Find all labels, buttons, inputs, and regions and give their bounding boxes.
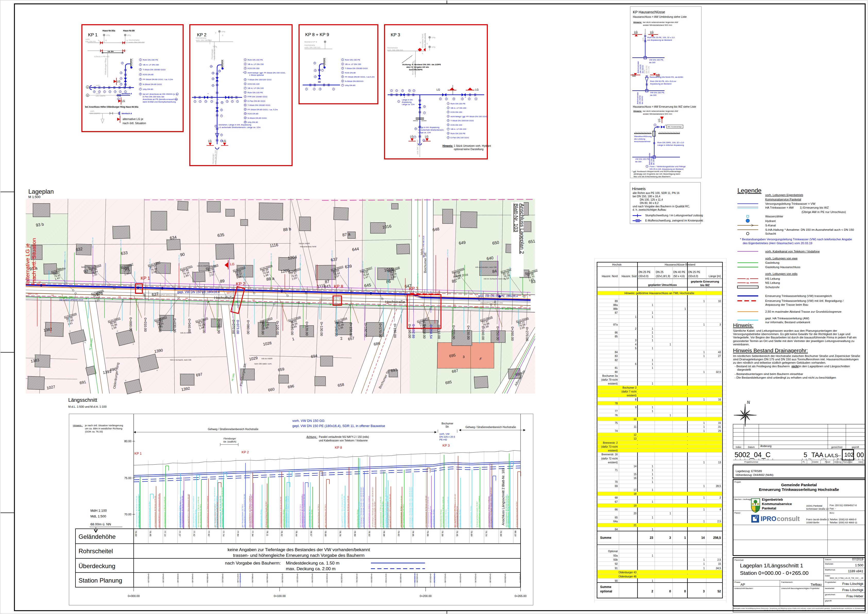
svg-text:alle Rohre aus PE 100, SDR 11,: alle Rohre aus PE 100, SDR 11, PN 16 <box>632 191 679 194</box>
svg-text:1: 1 <box>652 312 653 314</box>
svg-text:125x11.4 PE-HD: 125x11.4 PE-HD <box>94 55 110 58</box>
svg-text:UHy: UHy <box>431 46 436 48</box>
svg-text:6: 6 <box>122 62 123 64</box>
svg-text:0+000.00: 0+000.00 <box>129 317 133 332</box>
svg-text:3: 3 <box>140 68 141 70</box>
svg-text:6: 6 <box>424 105 425 107</box>
svg-text:N-Stück DN 80 GGG: N-Stück DN 80 GGG <box>143 83 162 85</box>
svg-text:19: 19 <box>634 504 637 507</box>
svg-text:Hochstraße: Hochstraße <box>304 44 315 47</box>
svg-text:17: 17 <box>634 488 637 492</box>
svg-text:0+000.00: 0+000.00 <box>128 594 140 597</box>
svg-text:Frau Löschigk: Frau Löschigk <box>842 582 863 586</box>
svg-text:Länge ca. 12m: Länge ca. 12m <box>418 131 431 134</box>
svg-text:_: _ <box>840 455 842 459</box>
svg-text:S: S <box>127 39 128 42</box>
svg-text:Querung Kabeltrasse von Teleko: Querung Kabeltrasse von Telekom / Vodafo… <box>368 496 370 527</box>
svg-text:Telefax: (030) 63 4993-11: Telefax: (030) 63 4993-11 <box>829 521 857 524</box>
svg-text:UHy: UHy <box>106 34 110 36</box>
svg-text:Weitergabe sowie Vervielfältig: Weitergabe sowie Vervielfältigung dieses… <box>733 608 865 609</box>
svg-text:Rohr DN 100 PE: Rohr DN 100 PE <box>248 91 263 94</box>
svg-text:T-Stück DN 150/100 GGG: T-Stück DN 150/100 GGG <box>248 79 271 81</box>
svg-text:(50 x 29): (50 x 29) <box>648 66 650 73</box>
svg-text:Querung Kabeltrasse von Teleko: Querung Kabeltrasse von Telekom / Vodafo… <box>182 496 184 527</box>
svg-text:1: 1 <box>703 429 705 433</box>
svg-text:S: S <box>222 34 223 36</box>
svg-text:Oldenburger 43: Oldenburger 43 <box>618 571 637 574</box>
svg-text:3: 3 <box>227 101 228 102</box>
svg-text:da 160/32: da 160/32 <box>642 65 644 73</box>
svg-text:77.84: 77.84 <box>237 530 239 536</box>
svg-text:vorh.Hausanschlussstr. 88 TW: vorh.Hausanschlussstr. 88 TW 32x 3,0 PE-… <box>400 496 402 527</box>
svg-text:vorh.: vorh. <box>85 38 90 40</box>
svg-text:1: 1 <box>652 477 653 479</box>
svg-text:0+203.33: 0+203.33 <box>429 574 432 583</box>
svg-text:1: 1 <box>646 165 648 167</box>
svg-text:5002_04_5 TAA_LA-LS_TW_102_-_0: 5002_04_5 TAA_LA-LS_TW_102_-_00 <box>830 577 863 579</box>
svg-text:abhängig vom Ergebnis der örtl: abhängig vom Ergebnis der örtl. Besichti… <box>634 173 680 175</box>
svg-text:KP 8: KP 8 <box>335 445 342 450</box>
svg-text:4: 4 <box>719 508 721 511</box>
svg-text:- Bestandsunterlagen sind beim: - Bestandsunterlagen sind beim Bauherrn … <box>735 372 803 375</box>
svg-text:1: 1 <box>684 307 686 310</box>
svg-text:0+270.00: 0+270.00 <box>525 327 529 341</box>
svg-text:LG: LG <box>208 140 212 143</box>
svg-text:5: 5 <box>804 451 807 459</box>
svg-text:77.62: 77.62 <box>208 530 210 536</box>
svg-text:78.57: 78.57 <box>310 530 312 536</box>
svg-text:22 x 2,8 PE-HD: 22 x 2,8 PE-HD <box>270 253 272 264</box>
svg-text:12: 12 <box>212 84 214 86</box>
svg-text:10: 10 <box>220 140 223 142</box>
svg-text:SV Querung Schacht HausNr. 89: SV Querung Schacht HausNr. 89 DN * <box>374 501 375 527</box>
svg-text:Gasleitung: Gasleitung <box>765 261 780 264</box>
svg-text:M 1:500: M 1:500 <box>28 195 40 199</box>
svg-text:4: 4 <box>315 76 316 78</box>
svg-text:0+230.00: 0+230.00 <box>467 326 470 340</box>
svg-text:77.14: 77.14 <box>164 530 166 536</box>
svg-text:HA im HWR kein DB: HA im HWR kein DB <box>197 265 216 267</box>
svg-text:M.d.L. 1:500 und M.d.H. 1:100: M.d.L. 1:500 und M.d.H. 1:100 <box>68 405 107 408</box>
svg-text:vorh.: vorh. <box>644 69 645 73</box>
svg-text:da 160/32: da 160/32 <box>653 157 654 165</box>
svg-text:bei dicht nebeneinander liegen: bei dicht nebeneinander liegenden AW <box>643 21 678 23</box>
svg-text:3: 3 <box>703 589 705 593</box>
svg-text:vorh.Abzweig m. Flensburger St: vorh.Abzweig m. Flensburger Straße vSoll… <box>214 487 215 527</box>
svg-text:9: 9 <box>448 136 449 138</box>
svg-text:gepl. HA Trinkwasserleitung (A: gepl. HA Trinkwasserleitung (AW) <box>765 317 809 320</box>
svg-text:Rohr DN 150 PE: Rohr DN 150 PE <box>451 102 465 105</box>
svg-text:90: 90 <box>615 580 618 582</box>
svg-text:Hinweis:: Hinweis: <box>733 322 753 328</box>
svg-text:102: 102 <box>844 451 854 458</box>
svg-text:Stumpfschweißung / im Leitungs: Stumpfschweißung / im Leitungsverlauf zu… <box>645 214 703 217</box>
svg-text:NS: NS <box>418 235 420 237</box>
svg-text:Fax: -: Fax: - <box>829 507 836 510</box>
svg-text:LG außerhalb Straßenbereich,: LG außerhalb Straßenbereich, <box>418 129 444 131</box>
svg-text:gepl. Hausanschlussstr. 84 TW: gepl. Hausanschlussstr. 84 TW 1) <box>403 504 404 527</box>
svg-text:160 PE: 160 PE <box>505 307 513 310</box>
svg-text:Lagebezug: ETRS89: Lagebezug: ETRS89 <box>736 470 762 473</box>
svg-text:N-Stück DN 80GGG: N-Stück DN 80GGG <box>345 80 363 82</box>
svg-text:(GOK ca. 76.33): (GOK ca. 76.33) <box>85 430 103 433</box>
svg-text:nach Vorgabe des Bauherrn:: nach Vorgabe des Bauherrn: <box>225 561 281 566</box>
svg-text:DN 40 PE: DN 40 PE <box>646 65 648 73</box>
svg-text:0+120.00: 0+120.00 <box>305 322 309 336</box>
svg-text:2: 2 <box>342 63 343 65</box>
svg-text:S: S <box>420 42 421 43</box>
svg-text:2: 2 <box>469 98 470 100</box>
svg-text:Querung Kabeltrasse von Teleko: Querung Kabeltrasse von Telekom / Vodafo… <box>285 496 287 527</box>
svg-text:7: 7 <box>140 88 141 90</box>
svg-text:vorh.Hausanschlussstr. 76 Gas: vorh.Hausanschlussstr. 76 Gas <box>470 506 471 527</box>
svg-text:0+182.95: 0+182.95 <box>400 574 402 583</box>
svg-text:_: _ <box>808 455 810 459</box>
svg-text:22 x 2,8 PE-HD: 22 x 2,8 PE-HD <box>331 250 333 261</box>
svg-text:Höhenbezug: DHHN92 (NHN): Höhenbezug: DHHN92 (NHN) <box>736 473 773 476</box>
svg-text:Schönower Straße 13: Schönower Straße 13 <box>806 508 829 510</box>
svg-text:(dafür 79 nicht: (dafür 79 nicht <box>601 378 618 381</box>
svg-text:4: 4 <box>342 71 343 73</box>
svg-text:Index: Index <box>736 446 741 448</box>
svg-text:(32x3.0): (32x3.0) <box>639 274 649 278</box>
svg-text:vorh. Leitungen Eigenbetrieb: vorh. Leitungen Eigenbetrieb <box>765 194 803 197</box>
svg-text:HA im HWR: HA im HWR <box>180 332 191 334</box>
svg-text:*: * <box>243 71 244 74</box>
svg-text:Erneuerung Trinkwasserleitung: Erneuerung Trinkwasserleitung Hochstraße <box>759 487 839 492</box>
